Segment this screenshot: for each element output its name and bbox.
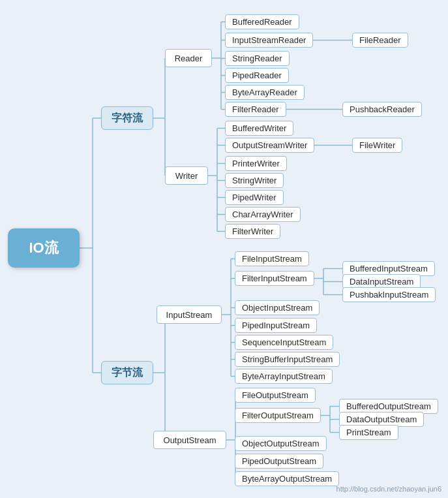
filteroutputstream-node: FilterOutputStream [235,408,321,423]
pipedreader-node: PipedReader [225,68,289,83]
filterreader-node: FilterReader [225,102,286,117]
pipedoutputstream-node: PipedOutputStream [235,454,323,469]
pushbakinputstream-node: PushbakInputStream [342,287,436,302]
root-node: IO流 [8,228,80,268]
mind-map: IO流 字符流 字节流 Reader Writer InputStream Ou… [0,0,448,498]
objectinputstream-node: ObjectInputStream [235,300,320,315]
pushbackreader-node: PushbackReader [342,102,422,117]
stringbufferinputstream-node: StringBufferInputStream [235,352,340,367]
outputstream-label: OutputStream [164,435,217,445]
objectoutputstream-node: ObjectOutputStream [235,436,327,451]
bufferedreader-node: BufferedReader [225,14,299,29]
filewriter-node: FileWriter [352,138,402,153]
pipedwriter-node: PipedWriter [225,190,284,205]
filterinputstream-node: FilterInputStream [235,271,314,286]
printstream-node: PrintStream [339,425,398,440]
outputstreamwriter-node: OutputStreamWriter [225,138,314,153]
writer-label: Writer [175,171,198,181]
filereader-node: FileReader [352,33,408,48]
charstream-node: 字符流 [101,106,153,130]
bytestream-label: 字节流 [112,366,143,380]
stringreader-node: StringReader [225,51,290,66]
filterwriter-node: FilterWriter [225,224,280,239]
inputstream-node: InputStream [157,305,222,324]
root-label: IO流 [29,238,58,258]
charstream-label: 字符流 [112,112,143,125]
fileinputstream-node: FileInputStream [235,251,309,266]
stringwriter-node: StringWriter [225,173,284,188]
sequenceinputstream-node: SequenceInputStream [235,335,333,350]
bytearrayoutputstream-node: ByteArrayOutputStream [235,471,339,486]
bytestream-node: 字节流 [101,361,153,384]
pipedinputstream-node: PipedInputStream [235,318,317,333]
printerwriter-node: PrinterWriter [225,156,287,171]
outputstream-node: OutputStream [153,431,226,449]
watermark: http://blog.csdn.net/zhaoyan.jun6 [336,485,441,493]
reader-node: Reader [165,49,212,67]
bytearrayreader-node: ByteArrayReader [225,85,305,100]
bytearrayinputstream-node: ByteArrayInputStream [235,369,333,384]
inputstream-label: InputStream [166,310,213,320]
chararraywriter-node: CharArrayWriter [225,207,301,222]
writer-node: Writer [165,166,208,185]
bufferedwriter-node: BufferedWriter [225,121,293,136]
inputstreamreader-node: InputStreamReader [225,33,313,48]
fileoutputstream-node: FileOutputStream [235,388,316,403]
reader-label: Reader [175,54,203,63]
